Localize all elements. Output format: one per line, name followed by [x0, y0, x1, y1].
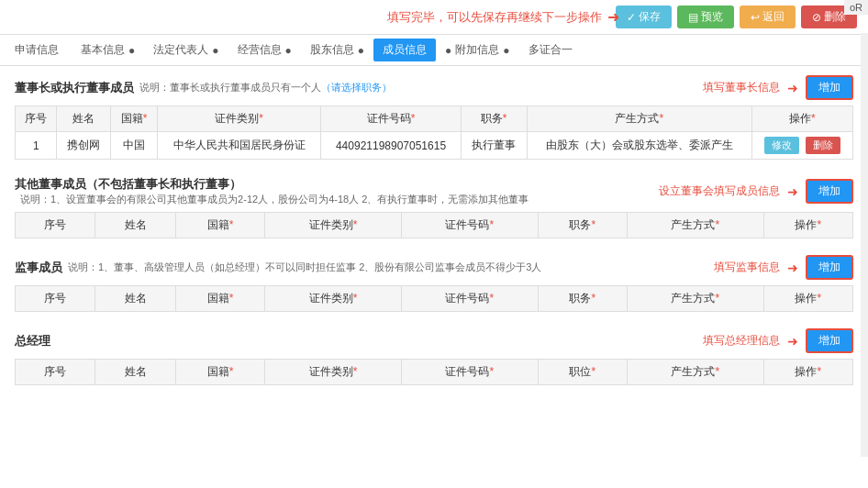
scrollbar[interactable] [861, 33, 868, 457]
board-chair-section: 董事长或执行董事成员 说明：董事长或执行董事成员只有一个人 （请选择职务） 填写… [15, 75, 853, 160]
col-action: 操作* [763, 213, 852, 238]
col-seq: 序号 [16, 360, 95, 385]
other-board-hint-label: 设立董事会填写成员信息 [659, 183, 780, 199]
tab-biz-info[interactable]: 经营信息 ● [228, 39, 301, 61]
col-name: 姓名 [95, 286, 175, 312]
modify-button[interactable]: 修改 [764, 137, 799, 154]
col-cert-type: 证件类别* [265, 286, 402, 312]
back-button[interactable]: ↩ 返回 [740, 6, 796, 28]
board-chair-add-hint-area: 填写董事长信息 ➜ 增加 [703, 75, 853, 100]
delete-icon: ⊘ [812, 11, 821, 24]
col-action: 操作* [751, 106, 852, 132]
preview-icon: ▤ [688, 11, 698, 24]
col-produce-way: 产生方式* [627, 213, 763, 238]
board-chair-header: 董事长或执行董事成员 说明：董事长或执行董事成员只有一个人 （请选择职务） 填写… [15, 75, 853, 100]
hint-arrow-icon: ➜ [787, 81, 798, 95]
tab-legal-rep[interactable]: 法定代表人 ● [144, 39, 228, 61]
cell-produce-way: 由股东（大）会或股东选举、委派产生 [527, 132, 751, 160]
col-produce-way: 产生方式* [627, 360, 763, 385]
cell-nationality: 中国 [111, 132, 158, 160]
col-seq: 序号 [16, 286, 95, 312]
supervisor-add-button[interactable]: 增加 [806, 255, 853, 280]
supervisor-add-hint-area: 填写监事信息 ➜ 增加 [714, 255, 853, 280]
tab-multi-cert[interactable]: 多证合一 [519, 39, 582, 61]
delete-row-button[interactable]: 删除 [806, 137, 840, 154]
back-icon: ↩ [751, 11, 760, 24]
col-position: 职务* [538, 213, 627, 238]
supervisor-hint-label: 填写监事信息 [714, 260, 780, 275]
arrow-right-icon: ➜ [607, 8, 619, 26]
save-button[interactable]: ✓ 保存 [616, 6, 672, 28]
board-chair-table: 序号 姓名 国籍* 证件类别* 证件号码* 职务* 产生方式* 操作* 1 携创… [15, 105, 853, 160]
col-nationality: 国籍* [111, 106, 158, 132]
other-board-add-hint-area: 设立董事会填写成员信息 ➜ 增加 [659, 179, 853, 204]
col-name: 姓名 [95, 213, 175, 238]
supervisor-header: 监事成员 说明：1、董事、高级管理人员（如总经理）不可以同时担任监事 2、股份有… [15, 255, 853, 280]
general-manager-title: 总经理 [15, 333, 50, 349]
board-chair-hint-label: 填写董事长信息 [703, 80, 780, 95]
preview-button[interactable]: ▤ 预览 [677, 6, 734, 28]
top-right-label: oR [844, 0, 868, 15]
bullet-icon: ● [445, 44, 451, 57]
tab-basic-info[interactable]: 基本信息 ● [72, 39, 144, 61]
board-chair-title: 董事长或执行董事成员 [15, 80, 134, 96]
supervisor-section: 监事成员 说明：1、董事、高级管理人员（如总经理）不可以同时担任监事 2、股份有… [15, 255, 853, 312]
tab-container: 申请信息 基本信息 ● 法定代表人 ● 经营信息 ● 股东信息 ● 成员信息 [0, 35, 868, 66]
cell-name: 携创网 [57, 132, 111, 160]
bullet-icon: ● [358, 44, 364, 57]
cell-cert-no: 440921198907051615 [321, 132, 461, 160]
tab-additional[interactable]: ● 附加信息 ● [436, 39, 519, 61]
col-action: 操作* [763, 360, 852, 385]
hint-arrow-icon4: ➜ [787, 334, 798, 349]
col-seq: 序号 [16, 106, 57, 132]
col-position: 职位* [538, 360, 627, 385]
cell-cert-type: 中华人民共和国居民身份证 [157, 132, 321, 160]
col-cert-no: 证件号码* [401, 286, 538, 312]
other-board-title: 其他董事成员（不包括董事长和执行董事） [15, 176, 241, 193]
top-bar: 填写完毕，可以先保存再继续下一步操作 ➜ ✓ 保存 ▤ 预览 ↩ 返回 ⊘ 删除… [0, 0, 868, 35]
col-nationality: 国籍* [175, 286, 264, 312]
col-produce-way: 产生方式* [527, 106, 751, 132]
general-manager-add-hint-area: 填写总经理信息 ➜ 增加 [703, 328, 853, 353]
tab-section-label: 申请信息 [11, 40, 62, 60]
table-row: 1 携创网 中国 中华人民共和国居民身份证 440921198907051615… [16, 132, 853, 160]
other-board-add-button[interactable]: 增加 [806, 179, 853, 204]
tab-member-info[interactable]: 成员信息 [373, 39, 436, 61]
col-produce-way: 产生方式* [627, 286, 763, 312]
supervisor-table: 序号 姓名 国籍* 证件类别* 证件号码* 职务* 产生方式* 操作* [15, 285, 853, 312]
col-position: 职务* [461, 106, 527, 132]
bullet-icon: ● [212, 44, 218, 57]
supervisor-note: 说明：1、董事、高级管理人员（如总经理）不可以同时担任监事 2、股份有限公司监事… [68, 261, 541, 274]
col-cert-no: 证件号码* [401, 360, 538, 385]
cell-seq: 1 [16, 132, 57, 160]
save-check-icon: ✓ [627, 11, 636, 24]
col-seq: 序号 [16, 213, 95, 238]
other-board-section: 其他董事成员（不包括董事长和执行董事） 说明：1、设置董事会的有限公司其他董事成… [15, 176, 853, 238]
col-position: 职务* [538, 286, 627, 312]
col-nationality: 国籍* [175, 213, 264, 238]
main-content: 董事长或执行董事成员 说明：董事长或执行董事成员只有一个人 （请选择职务） 填写… [0, 66, 868, 488]
other-board-header: 其他董事成员（不包括董事长和执行董事） 说明：1、设置董事会的有限公司其他董事成… [15, 176, 853, 206]
bullet-icon: ● [503, 44, 509, 57]
col-cert-type: 证件类别* [157, 106, 321, 132]
board-chair-note: 说明：董事长或执行董事成员只有一个人 [139, 81, 321, 94]
bullet-icon: ● [128, 44, 135, 57]
col-name: 姓名 [95, 360, 175, 385]
board-chair-add-button[interactable]: 增加 [806, 75, 853, 100]
top-buttons: ✓ 保存 ▤ 预览 ↩ 返回 ⊘ 删除 [610, 6, 857, 28]
general-manager-hint-label: 填写总经理信息 [703, 333, 780, 349]
table-header-row: 序号 姓名 国籍* 证件类别* 证件号码* 职务* 产生方式* 操作* [16, 286, 853, 312]
cell-action: 修改 删除 [751, 132, 852, 160]
tab-row: 申请信息 基本信息 ● 法定代表人 ● 经营信息 ● 股东信息 ● 成员信息 [11, 35, 857, 65]
general-manager-table: 序号 姓名 国籍* 证件类别* 证件号码* 职位* 产生方式* 操作* [15, 359, 853, 385]
board-chair-link[interactable]: （请选择职务） [321, 81, 392, 94]
col-nationality: 国籍* [175, 360, 264, 385]
hint-arrow-icon3: ➜ [787, 261, 798, 275]
top-hint: 填写完毕，可以先保存再继续下一步操作 ➜ [387, 8, 619, 26]
tab-shareholder[interactable]: 股东信息 ● [301, 39, 373, 61]
col-cert-type: 证件类别* [265, 360, 402, 385]
col-cert-type: 证件类别* [265, 213, 402, 238]
general-manager-add-button[interactable]: 增加 [806, 328, 853, 353]
supervisor-title: 监事成员 [15, 260, 62, 276]
table-header-row: 序号 姓名 国籍* 证件类别* 证件号码* 职务* 产生方式* 操作* [16, 106, 853, 132]
